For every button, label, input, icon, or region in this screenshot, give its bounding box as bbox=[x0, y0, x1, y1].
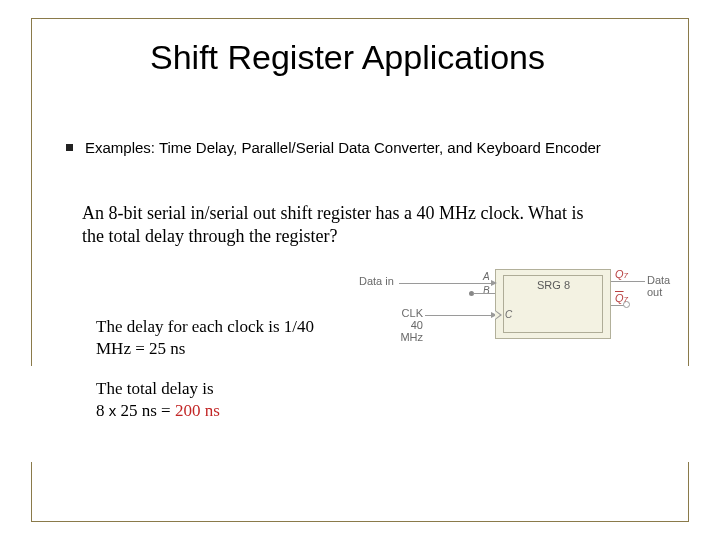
q7-label: Q7 bbox=[615, 268, 628, 280]
border-accent-right bbox=[688, 462, 689, 522]
delay-per-clock-text: The delay for each clock is 1/40 MHz = 2… bbox=[96, 316, 336, 360]
q7-bar-sub: 7 bbox=[624, 295, 628, 304]
q7-bar-label: Q7 bbox=[615, 292, 628, 304]
slide: Shift Register Applications Examples: Ti… bbox=[0, 0, 720, 540]
clk-label: CLK 40 MHz bbox=[387, 307, 423, 343]
data-in-wire bbox=[399, 283, 495, 284]
input-b-label: B bbox=[483, 285, 490, 296]
bullet-row: Examples: Time Delay, Parallel/Serial Da… bbox=[66, 138, 656, 158]
data-in-label: Data in bbox=[359, 275, 394, 287]
input-a-label: A bbox=[483, 271, 490, 282]
clk-line2: 40 MHz bbox=[400, 319, 423, 343]
data-out-label: Data out bbox=[647, 274, 670, 298]
total-delay-text: The total delay is 8 x 25 ns = 200 ns bbox=[96, 378, 336, 422]
bullet-icon bbox=[66, 144, 73, 151]
slide-title: Shift Register Applications bbox=[150, 38, 545, 77]
delay-per-clock-value: 25 ns bbox=[149, 339, 185, 358]
total-delay-prefix: The total delay is bbox=[96, 379, 214, 398]
srg-label: SRG 8 bbox=[537, 279, 570, 291]
total-delay-a: 8 bbox=[96, 401, 109, 420]
q7-q: Q bbox=[615, 268, 624, 280]
input-b-wire bbox=[473, 293, 495, 294]
q7-bar-q: Q bbox=[615, 292, 624, 304]
clk-line1: CLK bbox=[402, 307, 423, 319]
clock-edge-icon bbox=[495, 310, 502, 320]
question-text: An 8-bit serial in/serial out shift regi… bbox=[82, 202, 602, 249]
shift-register-diagram: SRG 8 Data in A B CLK 40 MHz C Q7 Data o… bbox=[365, 265, 665, 353]
bullet-text: Examples: Time Delay, Parallel/Serial Da… bbox=[85, 138, 601, 158]
total-delay-result: 200 ns bbox=[175, 401, 220, 420]
q7-sub: 7 bbox=[624, 271, 628, 280]
total-delay-b: 25 ns = bbox=[116, 401, 175, 420]
delay-per-clock-prefix: The delay for each clock is 1/40 MHz = bbox=[96, 317, 314, 358]
input-c-label: C bbox=[505, 309, 512, 320]
data-in-arrow-icon bbox=[491, 280, 497, 286]
border-accent-left bbox=[31, 462, 32, 522]
q7-wire bbox=[611, 281, 645, 282]
clk-wire bbox=[425, 315, 495, 316]
